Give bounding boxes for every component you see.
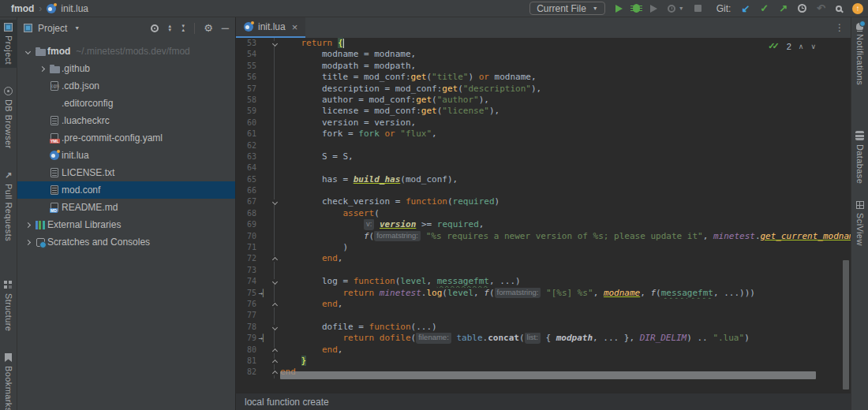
- code-line[interactable]: 61 fork = fork or "flux",: [236, 129, 851, 140]
- tree-item-scratches-and-consoles[interactable]: Scratches and Consoles: [17, 233, 235, 251]
- fold-end-icon[interactable]: [271, 256, 279, 262]
- code-line[interactable]: 55 modpath = modpath,: [236, 61, 851, 72]
- git-push-button[interactable]: ↗: [779, 3, 788, 13]
- stripe-tab-database[interactable]: Database: [851, 128, 868, 187]
- code-line[interactable]: 63 S = S,: [236, 151, 851, 162]
- profiler-button[interactable]: [668, 5, 675, 13]
- expand-all-button[interactable]: ▲▼: [167, 24, 172, 32]
- code-line[interactable]: 78 dofile = function(...): [236, 322, 851, 333]
- fold-end-icon[interactable]: [271, 359, 279, 364]
- tree-item-license-txt[interactable]: LICENSE.txt: [17, 164, 235, 181]
- collapse-all-button[interactable]: ▼▲: [181, 24, 185, 32]
- code-line[interactable]: 66: [236, 185, 851, 196]
- git-update-button[interactable]: ↙: [741, 3, 750, 13]
- gutter-spacer: [256, 162, 269, 173]
- stripe-tab-notifications[interactable]: Notifications: [851, 20, 868, 88]
- context-line-text[interactable]: local function create: [245, 397, 329, 408]
- code-line[interactable]: 70 f(formatstring: "%s requires a newer …: [236, 231, 851, 242]
- run-button[interactable]: [615, 5, 623, 13]
- tree-item--pre-commit-config-yaml[interactable]: .pre-commit-config.yaml: [17, 129, 235, 147]
- chevron-down-icon[interactable]: [24, 48, 30, 54]
- breadcrumb-file[interactable]: init.lua: [61, 3, 88, 14]
- code-line[interactable]: 67 check_version = function(required): [236, 196, 851, 207]
- fold-expanded-icon[interactable]: [271, 279, 279, 285]
- project-panel-title[interactable]: Project: [38, 23, 67, 34]
- code-line[interactable]: 64: [236, 162, 851, 173]
- code-line[interactable]: 60 version = version,: [236, 117, 851, 129]
- editor-tab-init-lua[interactable]: init.lua ×: [236, 17, 305, 38]
- code-line[interactable]: 81 }: [236, 356, 851, 367]
- line-number: 80: [236, 345, 256, 356]
- fold-end-icon[interactable]: [271, 302, 279, 308]
- ide-update-badge[interactable]: ↑: [852, 3, 863, 14]
- tree-item-external-libraries[interactable]: External Libraries: [17, 216, 235, 233]
- next-problem-icon[interactable]: ∨: [810, 43, 816, 50]
- tree-item-label: .cdb.json: [62, 80, 99, 91]
- close-tab-icon[interactable]: ×: [292, 21, 298, 33]
- hide-panel-button[interactable]: ─: [222, 23, 229, 33]
- code-line[interactable]: 56 title = mod_conf:get("title") or modn…: [236, 72, 851, 83]
- code-line[interactable]: 74 log = function(level, messagefmt, ...…: [236, 276, 851, 287]
- tree-item--luacheckrc[interactable]: .luacheckrc: [17, 112, 235, 129]
- debug-button[interactable]: [633, 4, 640, 13]
- stripe-tab-structure[interactable]: Structure: [0, 278, 17, 334]
- code-line[interactable]: 76 end,: [236, 299, 851, 310]
- stripe-tab-bookmarks[interactable]: Bookmarks: [0, 350, 17, 410]
- stripe-tab-db-browser[interactable]: DB Browser: [0, 84, 17, 152]
- code-line[interactable]: 77: [236, 310, 851, 321]
- fold-end-icon[interactable]: [271, 370, 279, 375]
- code-line[interactable]: 57 description = mod_conf:get("descripti…: [236, 84, 851, 95]
- code-line[interactable]: 72 end,: [236, 253, 851, 264]
- code-line[interactable]: 80 end,: [236, 345, 851, 356]
- chevron-right-icon[interactable]: [39, 65, 44, 71]
- code-line[interactable]: 79→ return dofile(filename: table.concat…: [236, 333, 851, 344]
- tree-root-fmod[interactable]: fmod~/.minetest/mods.dev/fmod: [17, 43, 235, 60]
- code-line[interactable]: 69 v: version >= required,: [236, 219, 851, 230]
- code-line[interactable]: 68 assert(: [236, 208, 851, 219]
- stripe-tab-sciview[interactable]: SciView: [851, 198, 868, 249]
- code-line[interactable]: 53 return {: [236, 38, 851, 49]
- tree-item-readme-md[interactable]: README.md: [17, 199, 235, 216]
- fold-gutter: [269, 356, 280, 367]
- code-line[interactable]: 65 has = build_has(mod_conf),: [236, 174, 851, 185]
- tree-item--github[interactable]: .github: [17, 60, 235, 77]
- fold-expanded-icon[interactable]: [271, 199, 279, 205]
- fold-end-icon[interactable]: [271, 348, 279, 353]
- stripe-tab-project[interactable]: Project: [0, 20, 17, 68]
- editor-options-icon[interactable]: ⋮: [829, 22, 851, 33]
- chevron-right-icon[interactable]: [24, 239, 30, 244]
- project-tool-window: Project ▼ ▲▼ ▼▲ ⚙ ─ fmod~/.minetest/mods…: [17, 17, 236, 410]
- code-line[interactable]: 75→ return minetest.log(level, f(formats…: [236, 288, 851, 299]
- code-viewport[interactable]: 53 return {54 modname = modname,55 modpa…: [236, 38, 851, 378]
- code-line[interactable]: 71 ): [236, 242, 851, 253]
- inspections-widget[interactable]: ✓✓ 2 ∧ ∨: [765, 40, 819, 52]
- code-line[interactable]: 58 author = mod_conf:get("author"),: [236, 95, 851, 106]
- code-line[interactable]: 54 modname = modname,: [236, 49, 851, 60]
- vertical-scrollbar[interactable]: [843, 260, 849, 390]
- coverage-button[interactable]: [650, 5, 657, 13]
- tree-item-init-lua[interactable]: init.lua: [17, 147, 235, 164]
- tree-item--editorconfig[interactable]: .editorconfig: [17, 95, 235, 112]
- fold-expanded-icon[interactable]: [271, 41, 279, 47]
- select-opened-file-button[interactable]: [151, 24, 159, 32]
- chevron-right-icon[interactable]: [24, 222, 30, 227]
- fold-expanded-icon[interactable]: [271, 325, 279, 330]
- run-configuration-select[interactable]: Current File ▼: [529, 2, 605, 15]
- git-commit-button[interactable]: ✓: [760, 3, 769, 13]
- history-button[interactable]: [798, 4, 806, 13]
- tree-item--cdb-json[interactable]: .cdb.json: [17, 77, 235, 95]
- stripe-tab-pull-requests[interactable]: ↗Pull Requests: [0, 168, 17, 244]
- code-line[interactable]: 73: [236, 265, 851, 276]
- prev-problem-icon[interactable]: ∧: [799, 43, 804, 50]
- code-line[interactable]: 59 license = mod_conf:get("license"),: [236, 106, 851, 117]
- settings-gear-icon[interactable]: ⚙: [204, 23, 213, 33]
- tree-item-mod-conf[interactable]: mod.conf: [17, 181, 235, 199]
- chevron-down-icon[interactable]: ▼: [74, 25, 80, 31]
- breadcrumb-project[interactable]: fmod: [11, 3, 34, 14]
- fold-gutter: [269, 299, 280, 310]
- line-number: 58: [236, 95, 256, 106]
- horizontal-scrollbar[interactable]: [280, 371, 816, 379]
- code-line[interactable]: 62: [236, 140, 851, 151]
- profiler-dropdown-icon[interactable]: ▼: [679, 6, 684, 11]
- search-everywhere-button[interactable]: [836, 6, 842, 12]
